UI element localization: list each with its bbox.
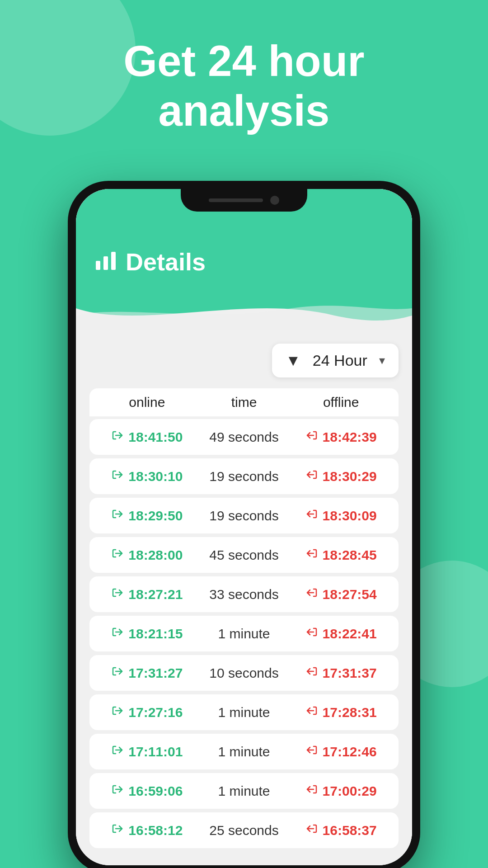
table-header-row: online time offline bbox=[89, 388, 399, 416]
bar-chart-icon bbox=[94, 248, 117, 275]
cell-online-6: 17:31:27 bbox=[99, 665, 196, 681]
offline-time-5: 18:22:41 bbox=[323, 626, 377, 642]
cell-offline-8: 17:12:46 bbox=[292, 744, 389, 760]
cell-online-9: 16:59:06 bbox=[99, 783, 196, 799]
table-row: 18:29:50 19 seconds 18:30:09 bbox=[89, 498, 399, 533]
filter-icon: ▼ bbox=[286, 352, 301, 369]
online-time-7: 17:27:16 bbox=[128, 705, 183, 720]
col-header-time: time bbox=[196, 395, 293, 410]
cell-offline-1: 18:30:29 bbox=[292, 468, 389, 484]
login-icon-9 bbox=[111, 783, 124, 799]
online-time-9: 16:59:06 bbox=[128, 783, 183, 799]
cell-duration-4: 33 seconds bbox=[196, 587, 293, 602]
online-time-5: 18:21:15 bbox=[128, 626, 183, 642]
logout-icon-2 bbox=[305, 508, 318, 524]
table-row: 18:21:15 1 minute 18:22:41 bbox=[89, 616, 399, 651]
notch-bar bbox=[209, 198, 263, 202]
hero-section: Get 24 hour analysis bbox=[0, 36, 488, 136]
cell-online-2: 18:29:50 bbox=[99, 508, 196, 524]
cell-duration-2: 19 seconds bbox=[196, 508, 293, 524]
logout-icon-8 bbox=[305, 744, 318, 760]
table-row: 16:59:06 1 minute 17:00:29 bbox=[89, 773, 399, 809]
svg-rect-1 bbox=[103, 256, 108, 270]
table-row: 17:11:01 1 minute 17:12:46 bbox=[89, 734, 399, 769]
online-time-3: 18:28:00 bbox=[128, 547, 183, 563]
table-row: 16:58:12 25 seconds 16:58:37 bbox=[89, 812, 399, 848]
cell-offline-0: 18:42:39 bbox=[292, 429, 389, 445]
screen-title: Details bbox=[126, 248, 206, 276]
cell-offline-10: 16:58:37 bbox=[292, 822, 389, 838]
filter-row: ▼ 24 Hour ▾ bbox=[89, 344, 399, 377]
col-header-offline: offline bbox=[292, 395, 389, 410]
offline-time-1: 18:30:29 bbox=[323, 469, 377, 484]
cell-duration-0: 49 seconds bbox=[196, 429, 293, 445]
online-time-1: 18:30:10 bbox=[128, 469, 183, 484]
offline-time-0: 18:42:39 bbox=[323, 429, 377, 445]
notch-camera bbox=[270, 196, 279, 205]
cell-duration-3: 45 seconds bbox=[196, 547, 293, 563]
col-header-online: online bbox=[99, 395, 196, 410]
table-row: 18:27:21 33 seconds 18:27:54 bbox=[89, 576, 399, 612]
cell-duration-10: 25 seconds bbox=[196, 823, 293, 838]
filter-dropdown[interactable]: ▼ 24 Hour ▾ bbox=[272, 344, 399, 377]
table-row: 18:28:00 45 seconds 18:28:45 bbox=[89, 537, 399, 573]
offline-time-2: 18:30:09 bbox=[323, 508, 377, 524]
table-rows-container: 18:41:50 49 seconds 18:42:39 bbox=[89, 419, 399, 848]
phone-frame: Details ▼ bbox=[68, 181, 420, 868]
online-time-8: 17:11:01 bbox=[128, 744, 183, 760]
offline-time-9: 17:00:29 bbox=[323, 783, 377, 799]
svg-rect-2 bbox=[111, 252, 116, 270]
login-icon-4 bbox=[111, 586, 124, 602]
online-time-10: 16:58:12 bbox=[128, 823, 183, 838]
login-icon-3 bbox=[111, 547, 124, 563]
dropdown-arrow-icon: ▾ bbox=[379, 354, 385, 368]
cell-online-0: 18:41:50 bbox=[99, 429, 196, 445]
cell-online-5: 18:21:15 bbox=[99, 626, 196, 642]
sessions-table: online time offline 18:41:50 bbox=[89, 388, 399, 848]
logout-icon-4 bbox=[305, 586, 318, 602]
logout-icon-0 bbox=[305, 429, 318, 445]
login-icon-10 bbox=[111, 822, 124, 838]
header-wave bbox=[76, 294, 412, 330]
cell-offline-6: 17:31:37 bbox=[292, 665, 389, 681]
table-row: 18:30:10 19 seconds 18:30:29 bbox=[89, 458, 399, 494]
cell-offline-2: 18:30:09 bbox=[292, 508, 389, 524]
cell-offline-5: 18:22:41 bbox=[292, 626, 389, 642]
logout-icon-10 bbox=[305, 822, 318, 838]
login-icon-2 bbox=[111, 508, 124, 524]
cell-offline-9: 17:00:29 bbox=[292, 783, 389, 799]
online-time-6: 17:31:27 bbox=[128, 665, 183, 681]
logout-icon-6 bbox=[305, 665, 318, 681]
cell-offline-7: 17:28:31 bbox=[292, 704, 389, 720]
header-title-row: Details bbox=[94, 248, 394, 276]
online-time-0: 18:41:50 bbox=[128, 429, 183, 445]
login-icon-5 bbox=[111, 626, 124, 642]
phone-notch bbox=[181, 189, 307, 212]
cell-duration-8: 1 minute bbox=[196, 744, 293, 760]
phone-mockup: Details ▼ bbox=[68, 181, 420, 868]
screen-body: ▼ 24 Hour ▾ online time offline bbox=[76, 330, 412, 865]
offline-time-3: 18:28:45 bbox=[323, 547, 377, 563]
online-time-2: 18:29:50 bbox=[128, 508, 183, 524]
hero-title: Get 24 hour analysis bbox=[0, 36, 488, 136]
cell-duration-9: 1 minute bbox=[196, 783, 293, 799]
screen-content: Details ▼ bbox=[76, 189, 412, 865]
svg-rect-0 bbox=[96, 261, 100, 270]
cell-online-10: 16:58:12 bbox=[99, 822, 196, 838]
cell-duration-6: 10 seconds bbox=[196, 665, 293, 681]
offline-time-10: 16:58:37 bbox=[323, 823, 377, 838]
cell-offline-4: 18:27:54 bbox=[292, 586, 389, 602]
logout-icon-1 bbox=[305, 468, 318, 484]
phone-screen: Details ▼ bbox=[76, 189, 412, 865]
login-icon-8 bbox=[111, 744, 124, 760]
cell-online-8: 17:11:01 bbox=[99, 744, 196, 760]
login-icon-7 bbox=[111, 704, 124, 720]
cell-offline-3: 18:28:45 bbox=[292, 547, 389, 563]
cell-duration-1: 19 seconds bbox=[196, 469, 293, 484]
cell-online-1: 18:30:10 bbox=[99, 468, 196, 484]
cell-duration-7: 1 minute bbox=[196, 705, 293, 720]
logout-icon-9 bbox=[305, 783, 318, 799]
table-row: 18:41:50 49 seconds 18:42:39 bbox=[89, 419, 399, 455]
cell-online-4: 18:27:21 bbox=[99, 586, 196, 602]
logout-icon-7 bbox=[305, 704, 318, 720]
